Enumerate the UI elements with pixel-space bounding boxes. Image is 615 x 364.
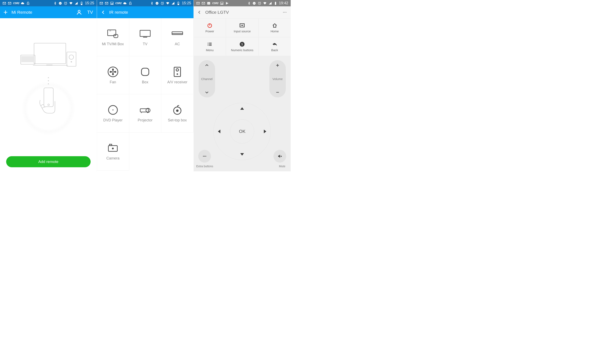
tv-tab[interactable]: TV: [87, 10, 93, 15]
wifi-icon: [263, 1, 267, 5]
device-dvd-player[interactable]: DVD Player: [97, 94, 129, 132]
device-label: A/V receiver: [167, 80, 187, 84]
channel-up-button[interactable]: [205, 63, 209, 67]
fn-label: Numeric buttons: [231, 48, 253, 52]
device-mi-tv-box[interactable]: mi Mi TV/Mi Box: [97, 18, 129, 56]
device-label: Mi TV/Mi Box: [102, 42, 124, 46]
svg-point-6: [78, 10, 80, 12]
projector-icon: [139, 106, 151, 114]
svg-rect-45: [110, 144, 112, 146]
remote-title: Office LGTV: [205, 10, 282, 15]
device-camera[interactable]: Camera: [97, 132, 129, 170]
battery-icon: [177, 1, 180, 5]
svg-point-35: [177, 73, 178, 75]
gmail-icon: [201, 1, 205, 5]
add-remote-label: Add remote: [38, 159, 58, 164]
add-icon[interactable]: [3, 10, 8, 15]
dpad-down-button[interactable]: [240, 153, 244, 156]
svg-text:1: 1: [241, 42, 243, 46]
device-label: Box: [142, 80, 148, 84]
volume-up-button[interactable]: [275, 63, 280, 67]
svg-point-37: [112, 110, 113, 111]
device-set-top-box[interactable]: Set-top box: [161, 94, 194, 132]
volume-down-button[interactable]: [275, 90, 280, 95]
svg-rect-4: [81, 4, 82, 5]
dpad-left-button[interactable]: [218, 130, 220, 133]
ac-icon: [171, 30, 183, 38]
mute-button[interactable]: [273, 150, 286, 163]
power-button[interactable]: Power: [194, 18, 226, 37]
fn-label: Home: [271, 29, 279, 33]
input-source-button[interactable]: Input source: [226, 18, 258, 37]
profile-icon[interactable]: [76, 9, 82, 15]
reply-icon: [272, 41, 278, 47]
alarm-icon: [258, 1, 261, 5]
app-title: Mi Remote: [12, 10, 71, 15]
gmail-icon: [8, 1, 12, 5]
numeric-icon: 1: [239, 41, 245, 47]
device-label: Camera: [106, 156, 120, 160]
battery-icon: [80, 1, 84, 5]
status-bar: CSR2 15:25: [97, 0, 194, 6]
image-icon: [110, 1, 114, 5]
home-button[interactable]: Home: [259, 18, 291, 37]
device-fan[interactable]: Fan: [97, 56, 129, 94]
extra-buttons-button[interactable]: [198, 150, 211, 163]
play-store-icon: [225, 1, 229, 5]
svg-point-13: [71, 61, 72, 63]
device-tv[interactable]: TV: [129, 18, 161, 56]
svg-rect-29: [172, 32, 183, 35]
fn-label: Menu: [206, 48, 214, 52]
ok-button[interactable]: OK: [230, 119, 254, 143]
numeric-buttons-button[interactable]: 1 Numeric buttons: [226, 37, 258, 56]
csr2-icon: CSR2: [115, 2, 122, 5]
device-av-receiver[interactable]: A/V receiver: [161, 56, 194, 94]
svg-rect-19: [156, 3, 158, 3]
add-remote-button[interactable]: Add remote: [6, 156, 91, 167]
devices-illustration: [18, 41, 79, 74]
svg-point-69: [203, 156, 204, 157]
back-button[interactable]: Back: [259, 37, 291, 56]
input-source-icon: [239, 23, 245, 28]
bluetooth-icon: [54, 2, 57, 5]
status-bar: CSR2 15:25: [0, 0, 97, 6]
signal-icon: [171, 1, 175, 5]
power-icon: [207, 23, 213, 28]
svg-rect-9: [21, 56, 34, 62]
av-receiver-icon: [171, 66, 183, 78]
device-label: DVD Player: [103, 118, 123, 122]
menu-button[interactable]: Menu: [194, 37, 226, 56]
fn-label: Input source: [234, 29, 251, 33]
device-ac[interactable]: AC: [161, 18, 194, 56]
app-bar: Mi Remote TV: [0, 6, 97, 18]
signal-icon: [268, 1, 272, 5]
app-bar: Office LGTV: [194, 6, 291, 18]
svg-rect-23: [178, 2, 179, 2]
home-icon: [272, 23, 278, 28]
back-icon[interactable]: [101, 10, 106, 14]
lock-icon: [26, 1, 30, 5]
svg-point-34: [176, 69, 179, 71]
channel-down-button[interactable]: [205, 90, 209, 95]
channel-rocker: Channel: [199, 60, 215, 97]
device-box[interactable]: Box: [129, 56, 161, 94]
status-time: 15:25: [182, 1, 191, 5]
svg-point-12: [69, 55, 74, 59]
mute-label: Mute: [279, 165, 285, 168]
bluetooth-icon: [150, 2, 154, 5]
dnd-icon: [155, 1, 159, 5]
svg-point-62: [208, 44, 209, 45]
gmail-icon: [99, 1, 103, 5]
dpad-up-button[interactable]: [240, 107, 244, 110]
tv-icon: [139, 29, 151, 39]
dpad-right-button[interactable]: [264, 130, 266, 133]
cloud-icon: [123, 1, 127, 5]
gmail-icon: [105, 1, 109, 5]
fn-label: Back: [271, 48, 278, 52]
back-icon[interactable]: [197, 10, 201, 14]
svg-text:mi: mi: [110, 30, 111, 32]
device-projector[interactable]: Projector: [129, 94, 161, 132]
svg-point-63: [208, 45, 209, 46]
more-icon[interactable]: [282, 10, 287, 14]
svg-point-61: [208, 43, 209, 43]
